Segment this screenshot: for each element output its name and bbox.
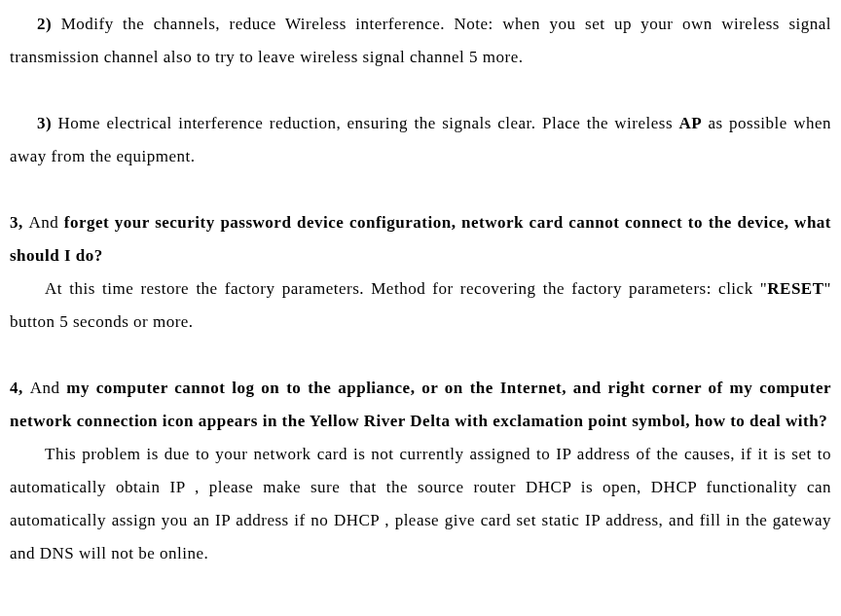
spacer [10, 173, 831, 206]
ap-bold: AP [678, 114, 702, 132]
section-4-question: my computer cannot log on to the applian… [10, 379, 831, 430]
section-3-question: forget your security password device con… [10, 213, 831, 265]
reset-bold: RESET [767, 279, 823, 298]
paragraph-item-3: 3) Home electrical interference reductio… [10, 107, 831, 173]
section-3-body-a: At this time restore the factory paramet… [45, 279, 767, 298]
paragraph-item-2: 2) Modify the channels, reduce Wireless … [10, 8, 831, 74]
item-2-text: Modify the channels, reduce Wireless int… [10, 15, 831, 66]
section-number-3: 3, [10, 213, 28, 232]
section-3-body: At this time restore the factory paramet… [10, 272, 831, 339]
item-number-2: 2) [37, 15, 61, 33]
item-3-text-a: Home electrical interference reduction, … [58, 114, 679, 132]
section-3-heading: 3, And forget your security password dev… [10, 206, 831, 272]
item-number-3: 3) [37, 114, 58, 132]
section-4-body: This problem is due to your network card… [10, 438, 831, 570]
spacer [10, 339, 831, 372]
section-4-body-text: This problem is due to your network card… [10, 445, 831, 562]
section-4-and: And [30, 379, 67, 397]
section-3-and: And [28, 213, 63, 232]
spacer [10, 74, 831, 107]
section-4-heading: 4, And my computer cannot log on to the … [10, 372, 831, 438]
section-number-4: 4, [10, 379, 30, 397]
